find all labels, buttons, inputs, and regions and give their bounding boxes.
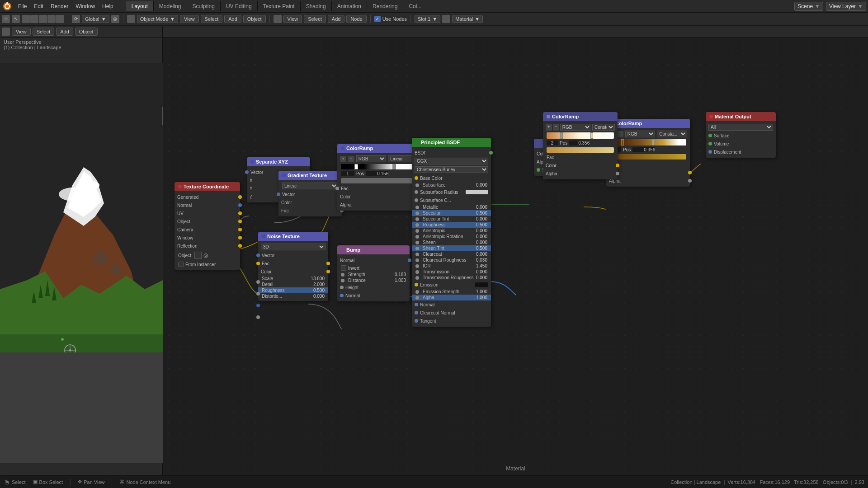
node-cramp1-header[interactable]: ColorRamp: [337, 144, 421, 153]
viewlayer-selector[interactable]: View Layer ▼: [826, 2, 866, 11]
interp-select[interactable]: Consta...: [592, 124, 615, 131]
node-principled-header[interactable]: Principled BSDF: [412, 138, 491, 147]
eyedropper-icon[interactable]: ◎: [203, 252, 208, 258]
blender-logo[interactable]: [2, 1, 13, 12]
object-picker[interactable]: [194, 252, 202, 259]
color-preview-bar[interactable]: [341, 178, 417, 183]
tab-animation[interactable]: Animation: [332, 1, 367, 11]
status-node-ctx[interactable]: ⌘ Node Context Menu: [119, 479, 170, 485]
node-principled-bsdf[interactable]: Principled BSDF BSDF GGX Christensen-Bur…: [412, 138, 491, 327]
viewport-3d[interactable]: [0, 63, 163, 463]
snap-btn[interactable]: ◎: [111, 15, 119, 23]
invert-checkbox[interactable]: [341, 265, 346, 271]
node-tex-coord-header[interactable]: Texture Coordinate: [175, 182, 240, 191]
scene-selector[interactable]: Scene ▼: [794, 2, 823, 11]
plus-btn[interactable]: +: [340, 156, 346, 162]
node-bump[interactable]: Bump Normal Invert Strength 0.188: [337, 245, 410, 301]
node-color-ramp-2[interactable]: ColorRamp + − RGB Consta...: [606, 119, 690, 187]
pos-input[interactable]: [569, 141, 590, 145]
transform-icon[interactable]: ⟳: [72, 15, 80, 23]
viewport-object-btn[interactable]: Object: [75, 28, 98, 36]
object-mode-dropdown[interactable]: Object Mode ▼: [137, 15, 178, 23]
node-noise-texture[interactable]: Noise Texture 3D Vector Fac: [258, 232, 328, 301]
node-add-btn[interactable]: Add: [328, 15, 345, 23]
rgb-select[interactable]: RGB: [356, 155, 387, 162]
tab-shading[interactable]: Shading: [301, 1, 332, 11]
rgb-select2[interactable]: RGB: [625, 131, 656, 137]
node-output-header[interactable]: Material Output: [706, 112, 776, 121]
node-material-output[interactable]: Material Output All Surface Volume: [706, 112, 776, 158]
node-grad-header[interactable]: Gradient Texture: [278, 171, 342, 180]
tab-layout[interactable]: Layout: [126, 1, 154, 11]
material-dropdown[interactable]: Material ▼: [452, 15, 483, 23]
from-instancer-checkbox[interactable]: [178, 262, 184, 267]
tab-sculpting[interactable]: Sculpting: [187, 1, 221, 11]
ramp-stop-right[interactable]: [392, 164, 396, 169]
tab-rendering[interactable]: Rendering: [367, 1, 403, 11]
interp-select2[interactable]: Consta...: [657, 131, 687, 137]
node-cramp2-header[interactable]: ColorRamp: [606, 119, 690, 128]
stop1[interactable]: [560, 132, 563, 139]
minus-btn[interactable]: −: [348, 156, 354, 162]
stop1[interactable]: [621, 139, 624, 145]
tab-modeling[interactable]: Modeling: [154, 1, 187, 11]
target-select[interactable]: All: [708, 124, 773, 131]
distribution-select[interactable]: GGX: [415, 158, 488, 164]
ramp2-pos-input[interactable]: [632, 147, 655, 152]
menu-edit[interactable]: Edit: [30, 2, 47, 10]
node-select-btn[interactable]: Select: [304, 15, 326, 23]
node-texture-coordinate[interactable]: Texture Coordinate Generated Normal UV O…: [175, 182, 240, 270]
node-noise-header[interactable]: Noise Texture: [258, 232, 328, 241]
status-box-select[interactable]: ▣ Box Select: [33, 479, 63, 485]
viewport-type-icon[interactable]: [2, 28, 10, 36]
menu-file[interactable]: File: [14, 2, 30, 10]
menu-render[interactable]: Render: [47, 2, 72, 10]
viewport-mode-icon[interactable]: ⊹: [2, 15, 10, 23]
slot-dropdown[interactable]: Slot 1 ▼: [415, 15, 440, 23]
node-btn[interactable]: Node: [346, 15, 366, 23]
material-icon[interactable]: [442, 15, 450, 23]
view-btn[interactable]: View: [180, 15, 199, 23]
transform-orientation[interactable]: Global ▼: [82, 15, 109, 23]
select-tool-btn[interactable]: ↖: [12, 15, 20, 23]
subsurface-select[interactable]: Christensen-Burley: [415, 166, 488, 173]
stop2[interactable]: [652, 139, 655, 145]
use-nodes-checkbox[interactable]: ✓ Use Nodes: [374, 16, 407, 22]
viewport-select-btn[interactable]: Select: [33, 28, 55, 36]
box-select-tools[interactable]: [22, 15, 64, 23]
minus-btn[interactable]: −: [617, 131, 623, 137]
minus[interactable]: −: [553, 124, 559, 131]
add-btn[interactable]: Add: [224, 15, 241, 23]
box-select-label: Box Select: [39, 479, 63, 485]
ramp-pos-input[interactable]: [366, 171, 388, 176]
node-color-ramp-1[interactable]: ColorRamp + − RGB Linear: [337, 144, 421, 211]
node-editor-icon[interactable]: [274, 15, 282, 23]
status-select[interactable]: 🖱 Select: [4, 479, 26, 486]
select-btn[interactable]: Select: [201, 15, 223, 23]
viewport-icon[interactable]: [127, 15, 135, 23]
tab-compositing[interactable]: Col...: [403, 1, 427, 11]
noise-dim-select[interactable]: 3D: [261, 244, 326, 250]
menu-help[interactable]: Help: [99, 2, 117, 10]
menu-window[interactable]: Window: [72, 2, 99, 10]
node-sep-header[interactable]: Separate XYZ: [247, 157, 310, 166]
ramp-index-input[interactable]: [341, 171, 354, 176]
gradient-type-select[interactable]: Linear: [282, 183, 338, 189]
ramp-stop-left[interactable]: [354, 164, 358, 169]
node-view-btn[interactable]: View: [283, 15, 302, 23]
status-pan[interactable]: ✥ Pan View: [78, 479, 104, 485]
stop2[interactable]: [590, 132, 593, 139]
plus[interactable]: +: [546, 124, 552, 131]
object-btn[interactable]: Object: [243, 15, 266, 23]
node-canvas[interactable]: Texture Coordinate Generated Normal UV O…: [163, 38, 868, 475]
node-bump-header[interactable]: Bump: [337, 245, 410, 254]
node-cramp-top-header[interactable]: ColorRamp: [543, 112, 618, 121]
viewport-add-btn[interactable]: Add: [56, 28, 73, 36]
idx-input[interactable]: [547, 141, 558, 145]
tab-texture-paint[interactable]: Texture Paint: [258, 1, 301, 11]
node-color-ramp-top[interactable]: ColorRamp + − RGB Consta...: [543, 112, 618, 179]
tab-uv-editing[interactable]: UV Editing: [221, 1, 258, 11]
viewport-view-btn[interactable]: View: [12, 28, 31, 36]
mode-select[interactable]: RGB: [560, 124, 591, 131]
node-gradient-texture[interactable]: Gradient Texture Linear Vector Color: [278, 171, 342, 216]
